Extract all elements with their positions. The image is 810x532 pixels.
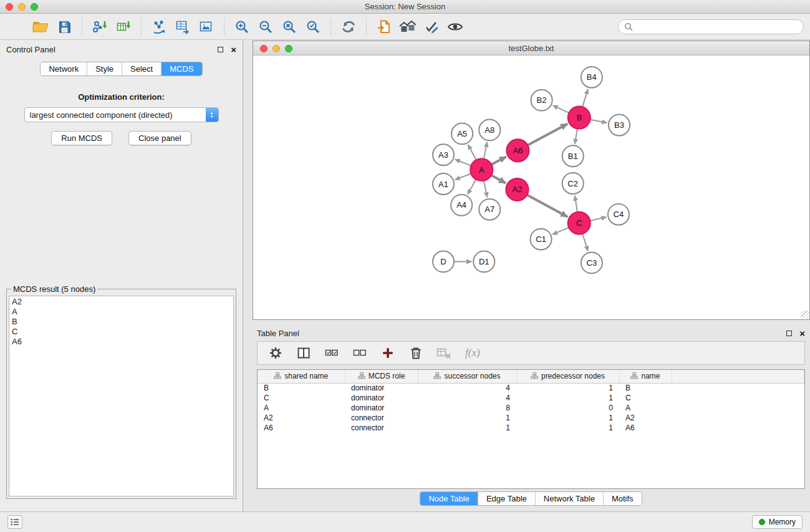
- cell-successor-nodes[interactable]: 4: [418, 383, 516, 393]
- memory-button[interactable]: Memory: [752, 515, 803, 529]
- edge-A-A2[interactable]: [491, 175, 506, 183]
- show-columns-button[interactable]: [294, 344, 313, 362]
- tab-edge-table[interactable]: Edge Table: [478, 492, 536, 505]
- edge-C-C3[interactable]: [582, 234, 588, 251]
- node-C3[interactable]: C3: [581, 253, 602, 274]
- tab-network-table[interactable]: Network Table: [536, 492, 604, 505]
- close-window-button[interactable]: [6, 3, 13, 11]
- unselect-all-button[interactable]: [350, 344, 369, 362]
- network-canvas[interactable]: B4B2BB3A5A8A6B1A3AC2A1A2A4A7C4CC1C3DD1: [253, 56, 809, 319]
- edge-A2-C[interactable]: [527, 195, 567, 217]
- node-C4[interactable]: C4: [608, 204, 629, 225]
- edge-A-A3[interactable]: [455, 160, 471, 166]
- edge-B-B4[interactable]: [582, 89, 588, 107]
- edge-A-A4[interactable]: [468, 180, 476, 195]
- show-hide-button[interactable]: [443, 16, 467, 37]
- edge-C-C2[interactable]: [575, 196, 577, 212]
- zoom-selected-button[interactable]: [301, 16, 325, 37]
- column-header-mcds-role[interactable]: MCDS role: [345, 370, 418, 383]
- open-session-button[interactable]: [29, 16, 52, 37]
- new-network-from-selection-button[interactable]: [372, 16, 396, 37]
- edge-A6-B[interactable]: [528, 123, 567, 145]
- minimize-network-button[interactable]: [272, 45, 280, 52]
- column-header-shared-name[interactable]: shared name: [258, 370, 345, 383]
- cell-name[interactable]: A6: [619, 423, 672, 433]
- function-builder-button[interactable]: f(x): [465, 347, 480, 359]
- cell-predecessor-nodes[interactable]: 0: [516, 403, 619, 413]
- export-image-button[interactable]: [195, 16, 218, 37]
- zoom-network-button[interactable]: [285, 45, 292, 52]
- node-B[interactable]: B: [568, 107, 591, 129]
- cell-predecessor-nodes[interactable]: 1: [516, 393, 619, 403]
- node-A8[interactable]: A8: [479, 120, 500, 141]
- cell-shared-name[interactable]: C: [258, 393, 345, 403]
- cell-successor-nodes[interactable]: 1: [418, 423, 516, 433]
- edge-A-A5[interactable]: [468, 145, 476, 160]
- cell-predecessor-nodes[interactable]: 1: [516, 383, 619, 393]
- node-A6[interactable]: A6: [506, 139, 529, 162]
- create-column-button[interactable]: [378, 344, 397, 362]
- edge-B-B3[interactable]: [591, 120, 607, 123]
- cell-shared-name[interactable]: A2: [258, 413, 345, 423]
- zoom-out-button[interactable]: [254, 16, 277, 37]
- cell-shared-name[interactable]: B: [258, 383, 345, 393]
- edge-A-A7[interactable]: [484, 181, 487, 198]
- export-network-button[interactable]: [147, 16, 171, 37]
- node-A5[interactable]: A5: [451, 123, 473, 144]
- cell-mcds-role[interactable]: dominator: [345, 403, 418, 413]
- cell-shared-name[interactable]: A6: [258, 423, 345, 433]
- column-header-successor-nodes[interactable]: successor nodes: [418, 370, 516, 383]
- export-table-button[interactable]: [171, 16, 195, 37]
- edge-C-C1[interactable]: [552, 228, 569, 235]
- column-header-name[interactable]: name: [619, 370, 672, 383]
- node-A4[interactable]: A4: [451, 195, 472, 216]
- delete-columns-button[interactable]: [407, 344, 425, 362]
- home-button[interactable]: [396, 16, 420, 37]
- node-A7[interactable]: A7: [479, 199, 500, 220]
- save-session-button[interactable]: [52, 16, 76, 37]
- select-all-button[interactable]: [322, 344, 341, 362]
- resize-grip[interactable]: [801, 311, 809, 319]
- node-C1[interactable]: C1: [530, 229, 551, 250]
- mcds-result-item[interactable]: A: [12, 307, 231, 317]
- close-panel-button[interactable]: Close panel: [128, 131, 191, 145]
- node-A1[interactable]: A1: [433, 173, 454, 195]
- table-mode-button[interactable]: [266, 344, 285, 362]
- edge-B-B1[interactable]: [575, 128, 577, 143]
- node-A2[interactable]: A2: [506, 178, 528, 201]
- cell-name[interactable]: C: [619, 393, 672, 403]
- table-row[interactable]: Adominator80A: [258, 403, 804, 413]
- cell-successor-nodes[interactable]: 8: [418, 403, 516, 413]
- cell-name[interactable]: A: [619, 403, 672, 413]
- cell-name[interactable]: B: [619, 383, 672, 393]
- mcds-result-item[interactable]: C: [12, 327, 231, 337]
- tab-network[interactable]: Network: [41, 62, 87, 75]
- zoom-fit-button[interactable]: [277, 16, 301, 37]
- close-panel-icon[interactable]: ×: [231, 45, 236, 54]
- tab-mcds[interactable]: MCDS: [162, 62, 201, 75]
- tab-node-table[interactable]: Node Table: [420, 492, 478, 505]
- import-table-button[interactable]: [112, 16, 135, 37]
- node-C2[interactable]: C2: [562, 173, 584, 194]
- node-D1[interactable]: D1: [473, 251, 494, 273]
- curate-annotations-button[interactable]: [420, 16, 443, 37]
- node-A3[interactable]: A3: [433, 144, 454, 165]
- zoom-window-button[interactable]: [31, 3, 38, 11]
- search-input[interactable]: [636, 22, 798, 32]
- table-row[interactable]: Cdominator41C: [258, 393, 804, 403]
- task-history-button[interactable]: [7, 515, 22, 529]
- cell-predecessor-nodes[interactable]: 1: [516, 423, 619, 433]
- tab-style[interactable]: Style: [87, 62, 122, 75]
- cell-mcds-role[interactable]: connector: [345, 413, 418, 423]
- run-mcds-button[interactable]: Run MCDS: [51, 131, 112, 145]
- cell-successor-nodes[interactable]: 4: [418, 393, 516, 403]
- edge-A-A8[interactable]: [484, 142, 487, 159]
- search-box[interactable]: [618, 19, 804, 34]
- node-B2[interactable]: B2: [531, 90, 552, 111]
- node-B1[interactable]: B1: [562, 145, 584, 167]
- node-B4[interactable]: B4: [581, 67, 602, 88]
- node-D[interactable]: D: [433, 251, 454, 273]
- node-B3[interactable]: B3: [609, 115, 630, 136]
- cell-mcds-role[interactable]: dominator: [345, 393, 418, 403]
- node-C[interactable]: C: [568, 212, 591, 235]
